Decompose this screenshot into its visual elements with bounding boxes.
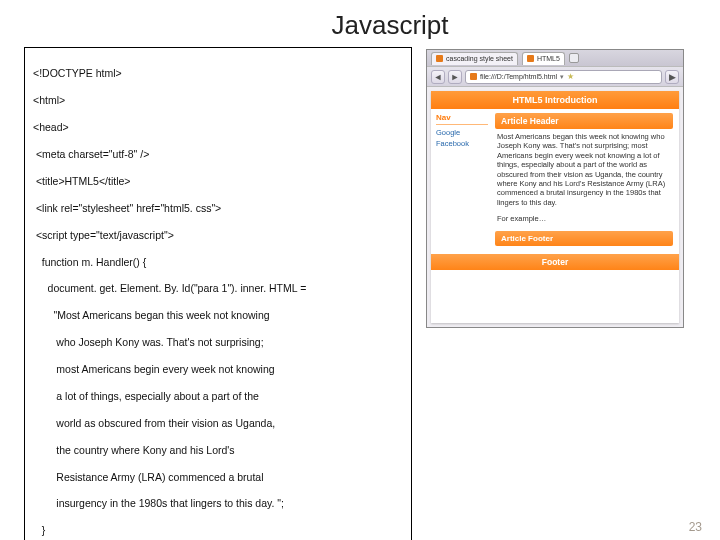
nav-sidebar: Nav Google Facebook <box>431 109 493 250</box>
article: Article Header Most Americans began this… <box>493 109 679 250</box>
code-line: insurgency in the 1980s that lingers to … <box>33 497 403 510</box>
tab-inactive[interactable]: cascading style sheet <box>431 52 518 65</box>
toolbar: ◄ ► file:///D:/Temp/html5.html ▾ ★ ▶ <box>427 66 683 86</box>
code-line: <html> <box>33 94 403 107</box>
slide-title: Javascript <box>60 0 720 47</box>
back-button[interactable]: ◄ <box>431 70 445 84</box>
article-footer: Article Footer <box>495 231 673 246</box>
rendered-page: HTML5 Introduction Nav Google Facebook A… <box>431 91 679 323</box>
slide-number: 23 <box>689 520 702 534</box>
nav-link[interactable]: Google <box>436 128 488 137</box>
viewport: HTML5 Introduction Nav Google Facebook A… <box>427 86 683 327</box>
bookmark-icon[interactable]: ★ <box>567 72 574 81</box>
address-bar[interactable]: file:///D:/Temp/html5.html ▾ ★ <box>465 70 662 84</box>
code-listing: <!DOCTYPE html> <html> <head> <meta char… <box>24 47 412 540</box>
url-text: file:///D:/Temp/html5.html <box>480 73 557 80</box>
nav-header: Nav <box>436 113 488 125</box>
code-line: <title>HTML5</title> <box>33 175 403 188</box>
code-line: <head> <box>33 121 403 134</box>
browser-window: cascading style sheet HTML5 ◄ ► file:///… <box>426 49 684 328</box>
code-line: most Americans begin every week not know… <box>33 363 403 376</box>
article-paragraph: For example… <box>495 211 673 227</box>
content-row: <!DOCTYPE html> <html> <head> <meta char… <box>0 47 720 540</box>
code-line: a lot of things, especially about a part… <box>33 390 403 403</box>
forward-button[interactable]: ► <box>448 70 462 84</box>
favicon-icon <box>436 55 443 62</box>
new-tab-button[interactable] <box>569 53 579 63</box>
page-footer: Footer <box>431 254 679 270</box>
favicon-icon <box>527 55 534 62</box>
tab-active[interactable]: HTML5 <box>522 52 565 65</box>
code-line: } <box>33 524 403 537</box>
tab-strip: cascading style sheet HTML5 <box>427 50 683 66</box>
dropdown-icon[interactable]: ▾ <box>560 73 564 81</box>
code-line: Resistance Army (LRA) commenced a brutal <box>33 471 403 484</box>
article-paragraph[interactable]: Most Americans began this week not knowi… <box>495 129 673 211</box>
code-line: <meta charset="utf-8" /> <box>33 148 403 161</box>
article-header: Article Header <box>495 113 673 129</box>
code-line: <!DOCTYPE html> <box>33 67 403 80</box>
url-favicon-icon <box>470 73 477 80</box>
code-line: <link rel="stylesheet" href="html5. css"… <box>33 202 403 215</box>
page-banner: HTML5 Introduction <box>431 91 679 109</box>
code-line: who Joseph Kony was. That's not surprisi… <box>33 336 403 349</box>
nav-link[interactable]: Facebook <box>436 139 488 148</box>
code-line: function m. Handler() { <box>33 256 403 269</box>
code-line: <script type="text/javascript"> <box>33 229 403 242</box>
tab-label: HTML5 <box>537 55 560 62</box>
browser-mockup: cascading style sheet HTML5 ◄ ► file:///… <box>426 49 684 540</box>
code-line: the country where Kony and his Lord's <box>33 444 403 457</box>
code-line: "Most Americans began this week not know… <box>33 309 403 322</box>
code-line: world as obscured from their vision as U… <box>33 417 403 430</box>
tab-label: cascading style sheet <box>446 55 513 62</box>
go-button[interactable]: ▶ <box>665 70 679 84</box>
page-layout: Nav Google Facebook Article Header Most … <box>431 109 679 250</box>
code-line: document. get. Element. By. Id("para 1")… <box>33 282 403 295</box>
